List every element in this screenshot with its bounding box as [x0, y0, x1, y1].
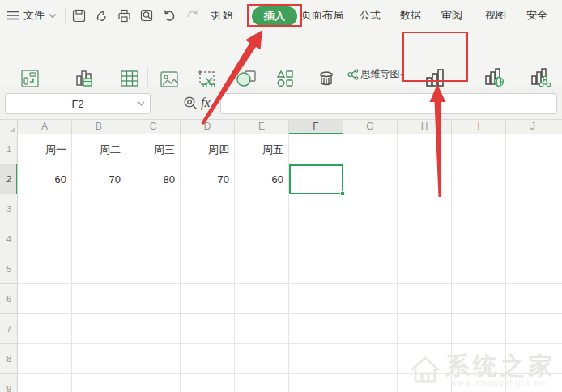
tab-security[interactable]: 安全 — [526, 0, 547, 31]
icon-library-icon — [275, 65, 296, 89]
chevron-down-icon[interactable] — [49, 13, 57, 19]
cell-E2[interactable]: 60 — [235, 164, 289, 194]
tab-data[interactable]: 数据 — [400, 0, 421, 31]
pivot-table-icon — [19, 65, 40, 89]
tab-label: 页面布局 — [301, 8, 343, 23]
column-header-g[interactable]: G — [343, 120, 398, 134]
column-header-b[interactable]: B — [72, 120, 126, 134]
watermark-text: 系统之家 www.xitongzhijia.net — [445, 353, 556, 387]
presentation-charts-icon — [529, 65, 553, 89]
row-header-7[interactable]: 7 — [0, 314, 18, 344]
corner-triangle-icon — [10, 126, 15, 132]
row-header-1[interactable]: 1 — [0, 134, 18, 164]
cell-C1[interactable]: 周三 — [126, 134, 181, 164]
cell-C2[interactable]: 80 — [126, 164, 181, 194]
select-all-corner[interactable] — [0, 120, 18, 134]
column-header-c[interactable]: C — [126, 120, 181, 134]
tab-home[interactable]: 开始 — [212, 0, 233, 31]
magnifier-icon[interactable] — [183, 96, 198, 111]
column-header-j[interactable]: J — [506, 120, 560, 134]
wps-spreadsheet-window: 文件 开始 — [0, 0, 562, 392]
button-label: 思维导图▾ — [361, 68, 404, 81]
print-icon[interactable] — [117, 8, 131, 23]
row-header-5[interactable]: 5 — [0, 254, 18, 284]
tab-label: 安全 — [526, 8, 547, 23]
tab-label: 数据 — [400, 8, 421, 23]
formula-bar: fx — [0, 87, 562, 120]
row-header-4[interactable]: 4 — [0, 224, 18, 254]
name-box-dropdown-icon[interactable] — [138, 101, 145, 106]
cell-A2[interactable]: 60 — [18, 164, 72, 194]
table-icon — [119, 65, 140, 89]
fx-icon[interactable]: fx — [201, 96, 211, 110]
cell-D2[interactable]: 70 — [181, 164, 235, 194]
spreadsheet-grid: A B C D E F G H I J 1 2 3 4 5 6 7 8 9 周一… — [0, 120, 562, 392]
file-menu[interactable]: 文件 — [6, 0, 57, 31]
file-menu-label[interactable]: 文件 — [23, 8, 45, 23]
cell-E1[interactable]: 周五 — [235, 134, 289, 164]
mind-map-button[interactable]: 思维导图▾ — [347, 65, 404, 84]
watermark: 系统之家 www.xitongzhijia.net — [408, 353, 556, 387]
print-preview-icon[interactable] — [139, 8, 154, 23]
column-header-f[interactable]: F — [289, 120, 343, 134]
column-header-a[interactable]: A — [18, 120, 72, 134]
cell-selection-F2[interactable] — [289, 164, 343, 194]
tab-label: 审阅 — [441, 8, 462, 23]
online-charts-icon — [483, 65, 507, 89]
toolbar-divider — [65, 7, 66, 23]
cell-D1[interactable]: 周四 — [181, 134, 235, 164]
watermark-house-icon — [408, 354, 442, 386]
row-header-8[interactable]: 8 — [0, 344, 18, 374]
row-header-6[interactable]: 6 — [0, 284, 18, 314]
column-header-d[interactable]: D — [181, 120, 235, 134]
name-box[interactable] — [5, 93, 151, 114]
row-header-3[interactable]: 3 — [0, 194, 18, 224]
mind-map-icon — [347, 69, 359, 80]
ribbon: 数据透视表 数据透视图 表格 图片▾ 截屏▾ — [0, 31, 562, 87]
watermark-title: 系统之家 — [445, 353, 556, 379]
shapes-icon — [235, 65, 258, 89]
hamburger-menu-icon[interactable] — [6, 10, 19, 21]
row-header-2[interactable]: 2 — [0, 164, 18, 194]
redo-icon[interactable] — [185, 8, 199, 23]
tab-view[interactable]: 视图 — [485, 0, 506, 31]
tab-page-layout[interactable]: 页面布局 — [301, 0, 343, 31]
screenshot-icon — [197, 65, 218, 89]
cell-B1[interactable]: 周二 — [72, 134, 126, 164]
formula-input[interactable] — [220, 93, 557, 114]
tab-formulas[interactable]: 公式 — [360, 0, 381, 31]
tab-review[interactable]: 审阅 — [441, 0, 462, 31]
annotation-box-insert-tab — [247, 4, 302, 27]
row-headers: 1 2 3 4 5 6 7 8 9 — [0, 134, 18, 392]
pivot-chart-icon — [74, 65, 96, 89]
column-header-e[interactable]: E — [235, 120, 289, 134]
save-icon[interactable] — [71, 8, 86, 23]
fill-handle[interactable] — [340, 191, 345, 196]
undo-icon[interactable] — [162, 8, 177, 23]
tab-label: 开始 — [212, 8, 233, 23]
watermark-url: www.xitongzhijia.net — [451, 379, 549, 387]
quick-access-toolbar — [71, 0, 222, 31]
annotation-box-all-charts — [402, 32, 468, 82]
tab-label: 公式 — [360, 8, 381, 23]
export-pdf-icon[interactable] — [94, 8, 109, 23]
tab-label: 视图 — [485, 8, 506, 23]
row-header-9[interactable]: 9 — [0, 374, 18, 392]
picture-icon — [159, 65, 180, 89]
column-header-i[interactable]: I — [452, 120, 506, 134]
column-headers: A B C D E F G H I J — [18, 120, 562, 134]
column-header-h[interactable]: H — [398, 120, 452, 134]
cell-A1[interactable]: 周一 — [18, 134, 72, 164]
function-diagram-icon — [316, 65, 337, 89]
cell-B2[interactable]: 70 — [72, 164, 126, 194]
